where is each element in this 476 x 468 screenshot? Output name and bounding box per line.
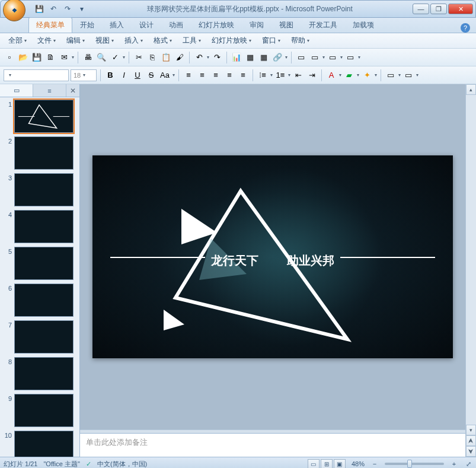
saveas-icon[interactable]: 🗎 [44, 52, 56, 63]
sorter-view-icon[interactable]: ⊞ [321, 459, 333, 468]
thumbnail-preview[interactable] [14, 247, 74, 280]
table-icon[interactable]: ▦ [244, 52, 256, 63]
distribute-icon[interactable]: ≡ [237, 69, 249, 81]
font-size-combo[interactable]: 18▾ [71, 69, 97, 81]
maximize-button[interactable]: ❐ [430, 4, 447, 14]
dropdown-icon[interactable]: ▾ [72, 55, 74, 60]
dropdown-icon[interactable]: ▾ [375, 72, 377, 78]
hyperlink-icon[interactable]: 🔗 [271, 52, 283, 63]
cut-icon[interactable]: ✂ [133, 52, 145, 63]
tab-addins[interactable]: 加载项 [345, 17, 382, 33]
tab-slideshow[interactable]: 幻灯片放映 [191, 17, 242, 33]
redo-icon[interactable]: ↷ [211, 52, 223, 63]
menu-window[interactable]: 窗口▾ [257, 34, 285, 47]
thumbnail-preview[interactable] [14, 431, 74, 457]
dropdown-icon[interactable]: ▾ [207, 55, 209, 60]
thumbnail-preview[interactable] [14, 357, 74, 390]
scroll-down-icon[interactable]: ▾ [466, 425, 476, 435]
shape2-icon[interactable]: ▭ [327, 52, 338, 63]
chart-icon[interactable]: 📊 [231, 52, 242, 63]
table2-icon[interactable]: ▦ [258, 52, 270, 63]
underline-button[interactable]: U [132, 69, 143, 81]
align-justify-icon[interactable]: ≡ [223, 69, 235, 81]
thumbnail-preview[interactable] [14, 136, 74, 170]
close-button[interactable]: ✕ [448, 4, 473, 14]
thumbnail-item[interactable]: 6 [2, 284, 77, 317]
zoom-out-button[interactable]: − [370, 460, 379, 468]
spellcheck-status-icon[interactable]: ✓ [86, 460, 91, 468]
new-icon[interactable]: ▫ [4, 52, 15, 63]
slide-title-left[interactable]: 龙行天下 [211, 253, 258, 269]
notes-pane[interactable]: 单击此处添加备注 [80, 433, 465, 457]
undo-icon[interactable]: ↶ [193, 52, 205, 63]
thumbnail-item[interactable]: 4 [2, 210, 77, 243]
language-status[interactable]: 中文(简体，中国) [97, 460, 147, 469]
thumbnails-tab[interactable]: ▭ [0, 84, 33, 97]
menu-edit[interactable]: 编辑▾ [62, 34, 90, 47]
decrease-indent-icon[interactable]: ⇤ [292, 69, 304, 81]
menu-format[interactable]: 格式▾ [149, 34, 177, 47]
tab-home[interactable]: 开始 [72, 17, 102, 33]
dropdown-icon[interactable]: ▾ [339, 72, 341, 78]
thumbnail-preview[interactable] [14, 210, 74, 243]
help-icon[interactable]: ? [461, 23, 470, 33]
qat-redo-icon[interactable]: ↷ [62, 4, 73, 14]
highlight-icon[interactable]: ▰ [343, 69, 355, 81]
open-icon[interactable]: 📂 [17, 52, 29, 63]
copy-icon[interactable]: ⎘ [146, 52, 158, 63]
prev-slide-icon[interactable]: ⮝ [466, 435, 476, 446]
zoom-level[interactable]: 48% [352, 460, 365, 467]
menu-help[interactable]: 帮助▾ [286, 34, 314, 47]
outline-tab[interactable]: ≡ [33, 84, 66, 97]
thumbnail-preview[interactable] [14, 100, 74, 133]
tab-animation[interactable]: 动画 [161, 17, 191, 33]
thumbnail-item[interactable]: 2 [2, 136, 77, 170]
thumbnail-preview[interactable] [14, 173, 74, 206]
next-slide-icon[interactable]: ⮟ [466, 446, 476, 457]
slide-title-right[interactable]: 助业兴邦 [287, 253, 334, 269]
thumbnail-item[interactable]: 8 [2, 357, 77, 390]
menu-slideshow[interactable]: 幻灯片放映▾ [207, 34, 256, 47]
align-left-icon[interactable]: ≡ [183, 69, 194, 81]
dropdown-icon[interactable]: ▾ [172, 72, 175, 78]
preview-icon[interactable]: 🔍 [95, 52, 107, 63]
thumbnail-item[interactable]: 3 [2, 173, 77, 206]
paste-icon[interactable]: 📋 [160, 52, 172, 63]
font-combo[interactable]: ▾ [4, 69, 69, 81]
slideshow-view-icon[interactable]: ▣ [334, 459, 346, 468]
thumbnail-item[interactable]: 1 [2, 100, 77, 133]
effects-icon[interactable]: ✦ [361, 69, 373, 81]
align-right-icon[interactable]: ≡ [210, 69, 222, 81]
print-icon[interactable]: 🖶 [82, 52, 94, 63]
textbox-icon[interactable]: ▭ [295, 52, 307, 63]
thumbnail-preview[interactable] [14, 284, 74, 317]
menu-all[interactable]: 全部▾ [4, 34, 31, 47]
minimize-button[interactable]: — [413, 4, 429, 14]
tab-view[interactable]: 视图 [271, 17, 301, 33]
increase-indent-icon[interactable]: ⇥ [306, 69, 318, 81]
dropdown-icon[interactable]: ▾ [285, 55, 287, 60]
qat-undo-icon[interactable]: ↶ [48, 4, 59, 14]
tab-classic-menu[interactable]: 经典菜单 [28, 17, 72, 33]
qat-save-icon[interactable]: 💾 [34, 4, 44, 14]
dropdown-icon[interactable]: ▾ [358, 55, 360, 60]
save-icon[interactable]: 💾 [31, 52, 43, 63]
thumbnail-item[interactable]: 10 [2, 431, 77, 457]
bullets-icon[interactable]: ⁝≡ [257, 69, 269, 81]
align-center-icon[interactable]: ≡ [196, 69, 208, 81]
shape3-icon[interactable]: ▭ [344, 52, 356, 63]
slide-canvas[interactable]: 龙行天下 助业兴邦 [80, 84, 465, 429]
thumbnail-item[interactable]: 5 [2, 247, 77, 280]
dropdown-icon[interactable]: ▾ [357, 72, 359, 78]
zoom-thumb[interactable] [407, 460, 412, 468]
tab-review[interactable]: 审阅 [242, 17, 271, 33]
vertical-scrollbar[interactable]: ▴ ▾ ⮝ ⮟ [465, 84, 476, 457]
dropdown-icon[interactable]: ▾ [398, 72, 401, 78]
dropdown-icon[interactable]: ▾ [322, 55, 325, 60]
format-painter-icon[interactable]: 🖌 [174, 52, 186, 63]
menu-insert[interactable]: 插入▾ [120, 34, 148, 47]
dropdown-icon[interactable]: ▾ [416, 72, 419, 78]
dropdown-icon[interactable]: ▾ [288, 72, 290, 78]
dropdown-icon[interactable]: ▾ [340, 55, 343, 60]
menu-tools[interactable]: 工具▾ [178, 34, 206, 47]
